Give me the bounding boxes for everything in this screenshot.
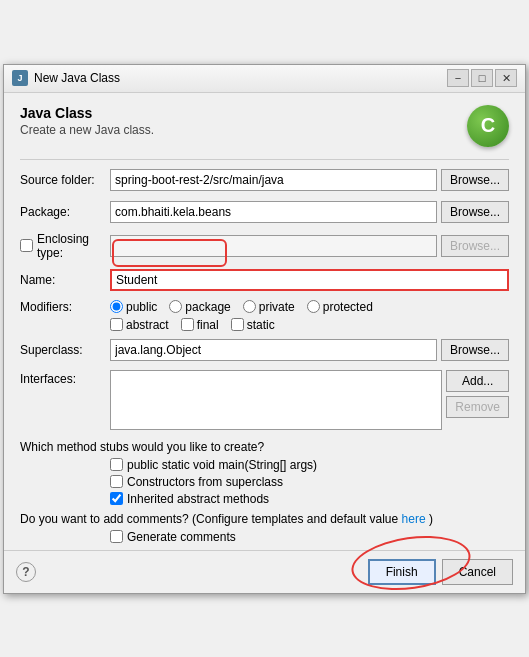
form-body: Source folder: Browse... Package: Browse… [20, 168, 509, 544]
superclass-browse-button[interactable]: Browse... [441, 339, 509, 361]
modifiers-visibility-group: public package private protected [110, 300, 373, 314]
enclosing-type-row: Enclosing type: Browse... [20, 232, 509, 260]
page-header: Java Class Create a new Java class. C [20, 105, 509, 147]
superclass-row: Superclass: Browse... [20, 338, 509, 362]
minimize-button[interactable]: − [447, 69, 469, 87]
name-row: Name: [20, 268, 509, 292]
comments-section: Do you want to add comments? (Configure … [20, 512, 509, 544]
source-folder-input[interactable] [110, 169, 437, 191]
dialog-window: J New Java Class − □ ✕ Java Class Create… [3, 64, 526, 594]
comments-generate-label: Generate comments [127, 530, 236, 544]
modifier-public-option[interactable]: public [110, 300, 157, 314]
stub-main-label: public static void main(String[] args) [127, 458, 317, 472]
close-button[interactable]: ✕ [495, 69, 517, 87]
header-separator [20, 159, 509, 160]
page-subtitle: Create a new Java class. [20, 123, 154, 137]
page-title: Java Class [20, 105, 154, 121]
interfaces-input[interactable] [110, 370, 442, 430]
interfaces-buttons: Add... Remove [446, 370, 509, 418]
source-folder-browse-button[interactable]: Browse... [441, 169, 509, 191]
modifier-private-option[interactable]: private [243, 300, 295, 314]
interfaces-label: Interfaces: [20, 372, 110, 386]
name-label: Name: [20, 273, 110, 287]
modifiers-line2: abstract final static [110, 318, 509, 332]
comments-generate-item[interactable]: Generate comments [110, 530, 509, 544]
modifiers-extra-group: abstract final static [110, 318, 275, 332]
cancel-button[interactable]: Cancel [442, 559, 513, 585]
enclosing-type-browse-button[interactable]: Browse... [441, 235, 509, 257]
stub-constructors-label: Constructors from superclass [127, 475, 283, 489]
stubs-question: Which method stubs would you like to cre… [20, 440, 509, 454]
window-controls: − □ ✕ [447, 69, 517, 87]
window-title: New Java Class [34, 71, 447, 85]
window-icon: J [12, 70, 28, 86]
help-button[interactable]: ? [16, 562, 36, 582]
package-row: Package: Browse... [20, 200, 509, 224]
package-browse-button[interactable]: Browse... [441, 201, 509, 223]
stubs-section: Which method stubs would you like to cre… [20, 440, 509, 506]
modifiers-row: Modifiers: public package private [20, 300, 509, 332]
enclosing-type-label: Enclosing type: [20, 232, 110, 260]
source-folder-label: Source folder: [20, 173, 110, 187]
stub-inherited-item[interactable]: Inherited abstract methods [110, 492, 509, 506]
modifier-static-option[interactable]: static [231, 318, 275, 332]
dialog-buttons: ? Finish Cancel [4, 550, 525, 593]
maximize-button[interactable]: □ [471, 69, 493, 87]
modifier-final-option[interactable]: final [181, 318, 219, 332]
modifier-abstract-option[interactable]: abstract [110, 318, 169, 332]
title-bar: J New Java Class − □ ✕ [4, 65, 525, 93]
finish-button[interactable]: Finish [368, 559, 436, 585]
stub-main-item[interactable]: public static void main(String[] args) [110, 458, 509, 472]
superclass-input[interactable] [110, 339, 437, 361]
package-input[interactable] [110, 201, 437, 223]
enclosing-type-checkbox[interactable] [20, 239, 33, 252]
source-folder-row: Source folder: Browse... [20, 168, 509, 192]
stub-main-checkbox[interactable] [110, 458, 123, 471]
interfaces-remove-button[interactable]: Remove [446, 396, 509, 418]
interfaces-row: Interfaces: Add... Remove [20, 370, 509, 430]
modifiers-line1: Modifiers: public package private [20, 300, 509, 314]
modifiers-label: Modifiers: [20, 300, 110, 314]
comments-question: Do you want to add comments? (Configure … [20, 512, 509, 526]
enclosing-type-input[interactable] [110, 235, 437, 257]
comments-here-link[interactable]: here [402, 512, 426, 526]
eclipse-logo: C [467, 105, 509, 147]
stub-inherited-checkbox[interactable] [110, 492, 123, 505]
stubs-list: public static void main(String[] args) C… [110, 458, 509, 506]
header-text: Java Class Create a new Java class. [20, 105, 154, 137]
package-label: Package: [20, 205, 110, 219]
stub-inherited-label: Inherited abstract methods [127, 492, 269, 506]
modifier-package-option[interactable]: package [169, 300, 230, 314]
comments-generate-checkbox[interactable] [110, 530, 123, 543]
modifier-protected-option[interactable]: protected [307, 300, 373, 314]
stub-constructors-item[interactable]: Constructors from superclass [110, 475, 509, 489]
name-input[interactable] [110, 269, 509, 291]
stub-constructors-checkbox[interactable] [110, 475, 123, 488]
interfaces-add-button[interactable]: Add... [446, 370, 509, 392]
superclass-label: Superclass: [20, 343, 110, 357]
